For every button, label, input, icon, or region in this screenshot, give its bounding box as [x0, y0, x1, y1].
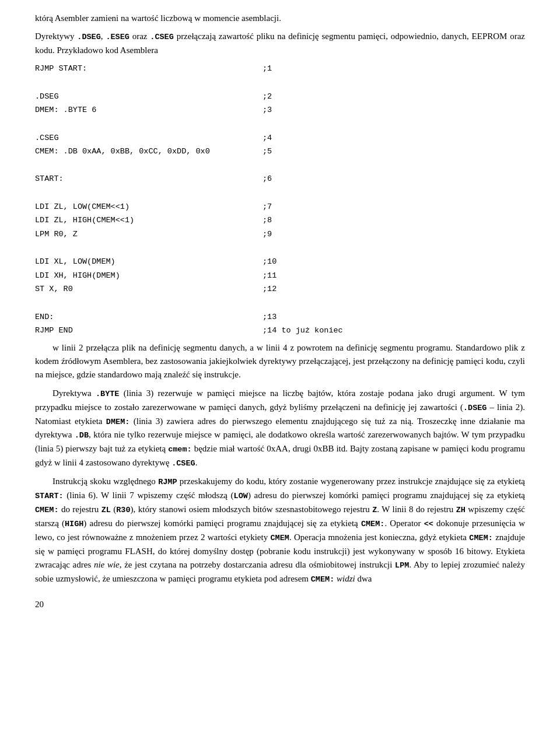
rjmp-instruction: RJMP	[158, 478, 177, 486]
zh-register-ref: ZH	[456, 506, 466, 514]
code-comment: ;3	[262, 103, 525, 117]
cmem-flash-ref: CMEM:	[469, 534, 493, 542]
body-paragraph-2: Dyrektywa .BYTE (linia 3) rezerwuje w pa…	[35, 387, 525, 471]
code-line-blank-2	[35, 117, 525, 131]
code-text: .DSEG	[35, 90, 262, 104]
page-number: 20	[35, 598, 525, 611]
code-line-10: LDI XL, LOW(DMEM) ;10	[35, 255, 525, 269]
code-line-4: .CSEG ;4	[35, 131, 525, 145]
code-comment: ;1	[262, 62, 525, 76]
dmem-ref: DMEM:	[106, 418, 130, 426]
lpm-instruction-ref: LPM	[395, 561, 409, 570]
dseg-directive: .DSEG	[77, 33, 101, 41]
code-comment: ;10	[262, 255, 525, 269]
cseg-directive: .CSEG	[150, 33, 174, 41]
code-line-2: .DSEG ;2	[35, 90, 525, 104]
eseg-directive: .ESEG	[106, 33, 130, 41]
code-text: ST X, R0	[35, 282, 262, 296]
code-text: DMEM: .BYTE 6	[35, 103, 262, 117]
start-label-ref: START:	[35, 492, 64, 500]
code-comment: ;8	[262, 213, 525, 227]
code-text: RJMP END	[35, 324, 262, 338]
r30-register-ref: R30	[116, 506, 130, 514]
cmem-multiply-ref: CMEM	[270, 534, 289, 542]
code-text: LDI XL, LOW(DMEM)	[35, 255, 262, 269]
code-text: .CSEG	[35, 131, 262, 145]
code-line-blank-5	[35, 241, 525, 255]
code-line-blank-1	[35, 76, 525, 90]
code-line-11: LDI XH, HIGH(DMEM) ;11	[35, 269, 525, 283]
code-line-blank-6	[35, 296, 525, 310]
code-block: RJMP START: ;1 .DSEG ;2 DMEM: .BYTE 6 ;3…	[35, 62, 525, 338]
nie-wie-italic: nie wie	[94, 560, 120, 569]
code-text: END:	[35, 310, 262, 324]
body-paragraph-1: w linii 2 przełącza plik na definicję se…	[35, 341, 525, 382]
code-comment: ;9	[262, 227, 525, 241]
code-line-13: END: ;13	[35, 310, 525, 324]
code-text: LPM R0, Z	[35, 227, 262, 241]
paragraph-1: którą Asembler zamieni na wartość liczbo…	[35, 12, 525, 25]
low-function-ref: LOW	[234, 492, 248, 500]
code-comment: ;6	[262, 172, 525, 186]
code-line-blank-3	[35, 159, 525, 173]
code-text: LDI ZL, HIGH(CMEM<<1)	[35, 213, 262, 227]
cmem-final-ref: CMEM:	[311, 575, 335, 584]
z-register-ref: Z	[372, 506, 377, 514]
code-line-1: RJMP START: ;1	[35, 62, 525, 76]
zl-register-ref: ZL	[102, 506, 111, 514]
cmem-label-ref2: CMEM:	[361, 520, 385, 528]
code-line-8: LDI ZL, HIGH(CMEM<<1) ;8	[35, 213, 525, 227]
code-text: LDI XH, HIGH(DMEM)	[35, 269, 262, 283]
widzi-italic: widzi	[337, 574, 355, 583]
cseg-ref: .CSEG	[172, 459, 195, 468]
code-comment: ;13	[262, 310, 525, 324]
dseg-ref: .DSEG	[463, 404, 487, 412]
code-comment: ;2	[262, 90, 525, 104]
code-text: CMEM: .DB 0xAA, 0xBB, 0xCC, 0xDD, 0x0	[35, 145, 262, 159]
code-text: LDI ZL, LOW(CMEM<<1)	[35, 200, 262, 214]
page-content: którą Asembler zamieni na wartość liczbo…	[35, 12, 525, 611]
code-text: RJMP START:	[35, 62, 262, 76]
code-line-5: CMEM: .DB 0xAA, 0xBB, 0xCC, 0xDD, 0x0 ;5	[35, 145, 525, 159]
code-comment: ;11	[262, 269, 525, 283]
byte-directive: .BYTE	[96, 390, 120, 398]
code-line-3: DMEM: .BYTE 6 ;3	[35, 103, 525, 117]
paragraph-2: Dyrektywy .DSEG, .ESEG oraz .CSEG przełą…	[35, 30, 525, 57]
code-line-9: LPM R0, Z ;9	[35, 227, 525, 241]
body-paragraph-3: Instrukcją skoku względnego RJMP przeska…	[35, 475, 525, 586]
shift-operator-ref: <<	[424, 520, 433, 528]
high-function-ref: HIGH	[65, 520, 83, 528]
code-line-12: ST X, R0 ;12	[35, 282, 525, 296]
db-directive: .DB	[75, 431, 89, 440]
code-line-7: LDI ZL, LOW(CMEM<<1) ;7	[35, 200, 525, 214]
cmem-label-ref: CMEM:	[35, 506, 59, 514]
code-line-6: START: ;6	[35, 172, 525, 186]
code-comment: ;4	[262, 131, 525, 145]
code-text: START:	[35, 172, 262, 186]
code-comment: ;7	[262, 200, 525, 214]
code-comment: ;5	[262, 145, 525, 159]
code-comment: ;14 to już koniec	[262, 324, 525, 338]
code-comment: ;12	[262, 282, 525, 296]
cmem-lower-ref: cmem:	[168, 445, 192, 454]
code-line-14: RJMP END ;14 to już koniec	[35, 324, 525, 338]
code-line-blank-4	[35, 186, 525, 200]
